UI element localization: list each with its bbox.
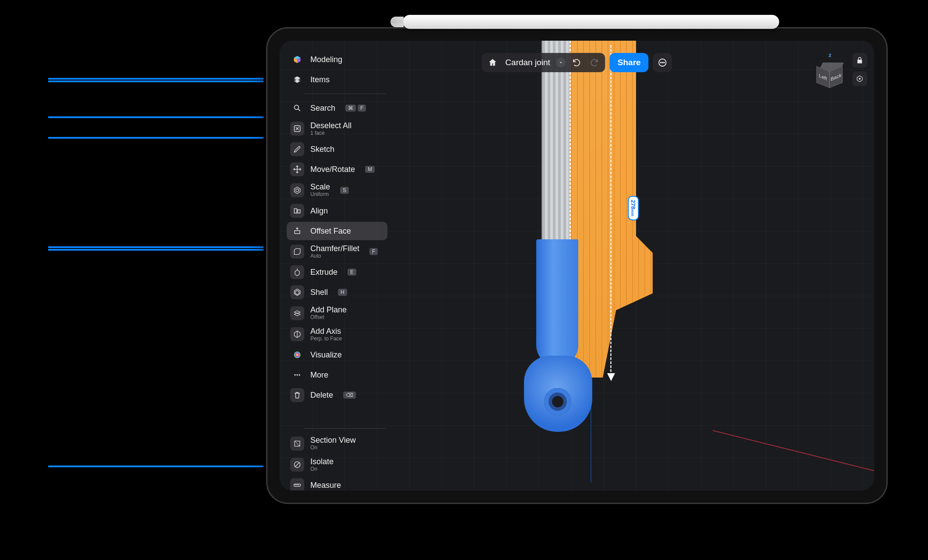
- sidebar-item-visualize[interactable]: Visualize: [287, 346, 387, 364]
- more-button[interactable]: [653, 53, 672, 72]
- callout-line: [48, 466, 285, 467]
- offset-face-icon: [290, 224, 304, 238]
- callout-line: [48, 116, 285, 118]
- sidebar-item-search[interactable]: Search ⌘ F: [287, 99, 387, 117]
- label-align: Align: [310, 206, 328, 216]
- axis-line-x: [713, 430, 874, 471]
- align-icon: [290, 204, 304, 218]
- callout-line: [48, 249, 285, 251]
- undo-button[interactable]: [570, 56, 584, 69]
- sidebar-item-more[interactable]: More: [287, 366, 387, 384]
- axis-z-label: z: [829, 52, 831, 58]
- svg-point-25: [294, 352, 301, 358]
- selection-highlight: [546, 41, 586, 45]
- share-button[interactable]: Share: [610, 53, 649, 72]
- nav-cube[interactable]: z Left Back: [815, 53, 849, 95]
- sidebar-item-align[interactable]: Align: [287, 202, 387, 220]
- sidebar-item-offset[interactable]: Offset Face: [287, 222, 387, 240]
- section-plane[interactable]: [569, 41, 653, 378]
- callout-line: [48, 78, 285, 80]
- model-bore: [544, 388, 571, 415]
- sidebar-item-scale[interactable]: Scale Uniform S: [287, 180, 387, 200]
- isolate-icon: [290, 458, 304, 472]
- label-measure: Measure: [310, 481, 341, 490]
- sub-axis: Perp. to Face: [310, 336, 342, 342]
- ipad-frame: Cardan joint Share z: [266, 27, 888, 504]
- svg-point-2: [662, 62, 663, 63]
- keycap-f: F: [358, 105, 366, 112]
- divider: [304, 94, 386, 94]
- label-search: Search: [310, 104, 335, 113]
- label-plane: Add Plane: [310, 305, 347, 315]
- more-icon: [290, 368, 304, 382]
- svg-point-9: [294, 105, 299, 109]
- sidebar-item-add-plane[interactable]: Add Plane Offset: [287, 303, 387, 322]
- label-chamfer: Chamfer/Fillet: [310, 244, 359, 253]
- keycap-e: E: [348, 269, 356, 276]
- svg-marker-14: [294, 187, 300, 193]
- extrude-direction-arrow[interactable]: [607, 373, 615, 381]
- model-body: [536, 239, 578, 366]
- visualize-icon: [290, 348, 304, 362]
- svg-point-5: [859, 78, 861, 80]
- dimension-value: 278: [630, 200, 636, 210]
- sub-deselect: 1 face: [310, 130, 352, 136]
- sidebar-item-extrude[interactable]: Extrude E: [287, 263, 387, 281]
- redo-button[interactable]: [588, 56, 601, 69]
- dimension-badge[interactable]: 278mm: [628, 196, 639, 220]
- svg-rect-17: [298, 210, 300, 213]
- sketch-icon: [290, 142, 304, 156]
- measure-icon: [290, 478, 304, 490]
- lock-view-button[interactable]: [852, 53, 867, 68]
- axis-icon: [290, 327, 304, 341]
- dimension-unit: mm: [630, 209, 635, 216]
- sidebar-item-delete[interactable]: Delete ⌫: [287, 386, 387, 404]
- title-dropdown[interactable]: [556, 58, 566, 67]
- label-isolate: Isolate: [310, 457, 334, 466]
- keycap-m: M: [365, 166, 375, 173]
- snap-toggle-button[interactable]: [852, 71, 867, 86]
- move-icon: [290, 162, 304, 176]
- title-pill: Cardan joint: [482, 53, 605, 72]
- app-screen: Cardan joint Share z: [280, 41, 874, 490]
- label-section: Section View: [310, 436, 356, 445]
- svg-marker-15: [296, 189, 299, 192]
- svg-point-26: [294, 374, 295, 376]
- sidebar-item-measure[interactable]: Measure: [287, 476, 387, 490]
- document-title[interactable]: Cardan joint: [503, 58, 552, 67]
- callout-line: [48, 80, 285, 82]
- svg-point-28: [299, 374, 300, 376]
- axis-line-z: [591, 71, 591, 483]
- svg-marker-19: [295, 270, 299, 276]
- model-knuckle: [524, 356, 592, 432]
- label-items: Items: [310, 75, 330, 84]
- apple-pencil: [403, 15, 779, 29]
- plane-icon: [290, 306, 304, 320]
- svg-point-1: [661, 62, 661, 63]
- label-more: More: [310, 371, 328, 380]
- label-shell: Shell: [310, 288, 328, 297]
- label-visualize: Visualize: [310, 350, 342, 360]
- sidebar-item-move[interactable]: Move/Rotate M: [287, 160, 387, 178]
- section-centerline: [610, 45, 612, 376]
- sidebar-item-chamfer[interactable]: Chamfer/Fillet Auto F: [287, 242, 387, 261]
- view-controls: z Left Back: [815, 53, 867, 95]
- svg-line-10: [298, 109, 300, 111]
- sidebar-item-items-panel[interactable]: Items: [287, 70, 387, 89]
- sub-plane: Offset: [310, 315, 347, 321]
- sidebar-item-section-view[interactable]: Section View On: [287, 434, 387, 453]
- sidebar-item-shell[interactable]: Shell H: [287, 283, 387, 301]
- label-extrude: Extrude: [310, 268, 337, 277]
- sidebar-item-modeling[interactable]: Modeling: [287, 50, 387, 69]
- sidebar-item-add-axis[interactable]: Add Axis Perp. to Face: [287, 325, 387, 344]
- sub-chamfer: Auto: [310, 253, 359, 259]
- chamfer-icon: [290, 245, 304, 259]
- sidebar-item-sketch[interactable]: Sketch: [287, 140, 387, 158]
- keycap-cmd: ⌘: [345, 105, 356, 112]
- scale-icon: [290, 183, 304, 197]
- top-toolbar: Cardan joint Share: [482, 53, 672, 72]
- home-button[interactable]: [486, 56, 499, 69]
- svg-point-3: [664, 62, 664, 63]
- sidebar-item-isolate[interactable]: Isolate On: [287, 455, 387, 474]
- sidebar-item-deselect[interactable]: Deselect All 1 face: [287, 119, 387, 138]
